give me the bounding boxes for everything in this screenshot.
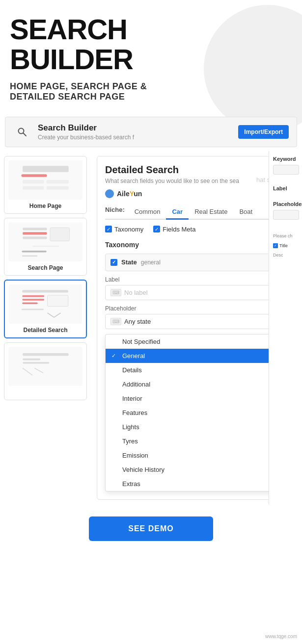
svg-rect-8 — [23, 228, 47, 230]
svg-rect-9 — [23, 232, 47, 234]
taxonomy-label: Taxonomy — [114, 226, 143, 233]
rp-desc-label: Desc — [273, 253, 299, 258]
keyword-box1 — [273, 165, 299, 175]
general-check: ✓ — [111, 353, 118, 359]
detail-panel-title: Detailed Search — [105, 164, 288, 176]
label-kbd-icon: ⌨ — [110, 289, 121, 296]
see-demo-section: SEE DEMO — [0, 505, 302, 553]
app-bar-subtitle: Create your business-based search f — [38, 134, 134, 141]
extra-thumbnail — [8, 347, 82, 386]
placeholder-kbd-icon: ⌨ — [110, 318, 121, 325]
tab-car[interactable]: Car — [166, 205, 189, 220]
sidebar-item-detailed-search[interactable]: Detailed Search — [4, 280, 87, 338]
label-input[interactable]: ⌨ No label — [105, 285, 288, 300]
dropdown-extras[interactable]: Extras — [106, 477, 287, 491]
svg-rect-5 — [46, 180, 68, 183]
svg-line-25 — [34, 368, 43, 373]
svg-rect-2 — [23, 166, 69, 172]
dropdown-additional[interactable]: Additional — [106, 377, 287, 391]
svg-rect-7 — [46, 186, 68, 189]
taxonomy-title: Taxonomy — [105, 241, 288, 249]
svg-rect-19 — [48, 295, 68, 307]
right-keyword-panel: Keyword Label Placeholder Please ch ✓ Ti… — [269, 151, 302, 505]
state-type: general — [141, 259, 161, 266]
dropdown-vehicle-history[interactable]: Vehicle History — [106, 463, 287, 477]
taxonomy-state-row[interactable]: ✓ State general ▼ — [105, 254, 288, 271]
niche-tabs: Niche: Common Car Real Estate Boat — [105, 205, 288, 220]
label-field-row: Label ⌨ No label — [105, 276, 288, 300]
dropdown-general[interactable]: ✓ General — [106, 349, 287, 363]
dropdown-tyres[interactable]: Tyres — [106, 434, 287, 448]
svg-rect-17 — [23, 299, 45, 301]
sidebar-item-home-page[interactable]: Home Page — [4, 156, 87, 214]
placeholder-field-row: Placeholder ⌨ Any state — [105, 305, 288, 329]
svg-rect-15 — [23, 290, 69, 292]
taxonomy-state-left: ✓ State general — [110, 258, 161, 266]
home-page-thumbnail — [8, 160, 82, 200]
alileyun-text: AileYun — [117, 190, 142, 198]
tab-common[interactable]: Common — [129, 205, 166, 220]
svg-line-1 — [24, 133, 27, 136]
fields-meta-check-icon: ✓ — [153, 226, 160, 232]
rp-title-label: Title — [279, 243, 288, 248]
dropdown-features[interactable]: Features — [106, 406, 287, 420]
sidebar: Home Page Search Page — [0, 151, 91, 505]
checkbox-fields-meta[interactable]: ✓ Fields Meta — [153, 226, 195, 233]
home-page-label: Home Page — [8, 203, 82, 209]
rp-label-label: Label — [273, 185, 299, 191]
watermark: www.tqge.com — [265, 634, 297, 639]
sidebar-item-extra[interactable] — [4, 342, 87, 400]
svg-rect-22 — [23, 359, 40, 361]
rp-please-check: Please ch — [273, 233, 299, 238]
dropdown-lights[interactable]: Lights — [106, 420, 287, 434]
tab-boat[interactable]: Boat — [233, 205, 258, 220]
tab-real-estate[interactable]: Real Estate — [189, 205, 233, 220]
search-page-label: Search Page — [8, 264, 82, 271]
app-bar-title: Search Builder — [38, 123, 134, 133]
alileyun-dot — [105, 189, 114, 198]
app-search-icon — [13, 123, 31, 141]
svg-rect-10 — [23, 236, 47, 239]
extra-label — [8, 389, 82, 396]
niche-label: Niche: — [105, 206, 125, 217]
svg-rect-4 — [23, 180, 44, 183]
placeholder-value: Any state — [124, 318, 151, 325]
svg-rect-21 — [23, 353, 69, 356]
sidebar-item-search-page[interactable]: Search Page — [4, 218, 87, 276]
rp-placeholder-label: Placeholder — [273, 201, 299, 207]
detail-panel: hat sear Detailed Search What search fie… — [97, 156, 296, 500]
app-preview-bar: Search Builder Create your business-base… — [5, 117, 297, 147]
dropdown-emission[interactable]: Emission — [106, 448, 287, 463]
svg-line-24 — [23, 368, 32, 375]
checkboxes-row: ✓ Taxonomy ✓ Fields Meta — [105, 226, 288, 233]
state-check-icon: ✓ — [110, 259, 117, 266]
label-placeholder: No label — [124, 289, 148, 296]
dropdown-details[interactable]: Details — [106, 363, 287, 377]
state-name: State — [121, 258, 137, 266]
svg-rect-16 — [23, 295, 45, 297]
svg-rect-11 — [50, 228, 69, 241]
dropdown-container: Not Specified ✓ General Details Addi — [105, 334, 288, 491]
hero-section: SEARCH BUILDER HOME PAGE, SEARCH PAGE & … — [0, 0, 302, 112]
dropdown-interior[interactable]: Interior — [106, 391, 287, 406]
placeholder-field-label: Placeholder — [105, 305, 288, 312]
svg-rect-23 — [23, 362, 49, 364]
taxonomy-section: Taxonomy ✓ State general ▼ Label ⌨ No la — [105, 241, 288, 491]
placeholder-input[interactable]: ⌨ Any state — [105, 314, 288, 329]
svg-rect-18 — [23, 302, 38, 304]
search-page-thumbnail — [8, 222, 82, 261]
app-bar-text: Search Builder Create your business-base… — [38, 123, 134, 141]
alileyun-logo: AileYun — [105, 189, 288, 198]
checkbox-taxonomy[interactable]: ✓ Taxonomy — [105, 226, 143, 233]
see-demo-button[interactable]: SEE DEMO — [89, 516, 213, 541]
detailed-search-label: Detailed Search — [9, 327, 82, 334]
right-panel: ome hat sear Detailed Search What search… — [91, 151, 302, 505]
dropdown-list: Not Specified ✓ General Details Addi — [105, 334, 288, 491]
placeholder-box — [273, 210, 299, 220]
fields-meta-label: Fields Meta — [163, 226, 195, 233]
rp-title-check: ✓ — [273, 243, 278, 248]
import-export-button[interactable]: Import/Export — [238, 125, 289, 139]
dropdown-not-specified[interactable]: Not Specified — [106, 335, 287, 349]
keyword-label: Keyword — [273, 156, 299, 162]
label-field-label: Label — [105, 276, 288, 283]
